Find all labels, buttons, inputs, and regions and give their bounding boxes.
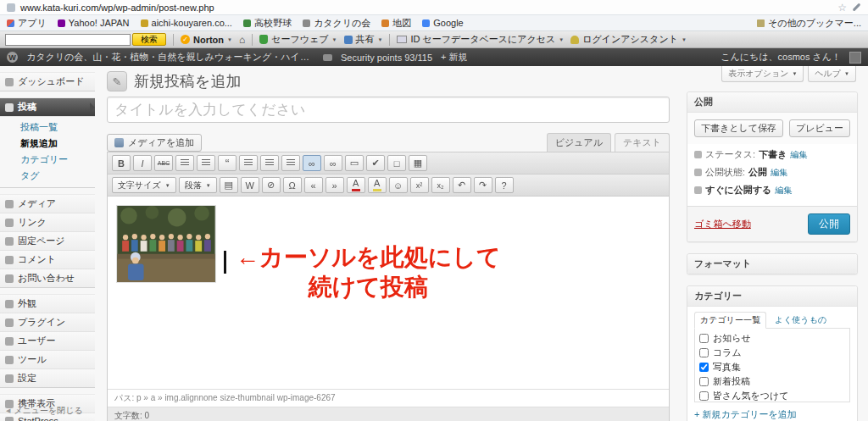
- tab-all-categories[interactable]: カテゴリー一覧: [694, 312, 766, 329]
- sidebar-item-posts[interactable]: 投稿: [0, 98, 95, 117]
- norton-menu[interactable]: ✓Norton▼: [181, 35, 232, 45]
- unlink-button[interactable]: ∞: [324, 155, 342, 171]
- publish-button[interactable]: 公開: [808, 213, 850, 235]
- smiley-button[interactable]: ☺: [389, 177, 408, 193]
- wordpress-logo-icon[interactable]: W: [7, 52, 18, 63]
- toolbar-search-button[interactable]: 検索: [132, 33, 166, 46]
- paste-text-button[interactable]: ▤: [220, 177, 238, 193]
- idsafe-menu[interactable]: ID セーフデータベースにアクセス▼: [397, 33, 564, 46]
- post-thumbnail-image[interactable]: [116, 205, 216, 283]
- category-checkbox[interactable]: [699, 377, 709, 386]
- redo-button[interactable]: ↷: [474, 177, 492, 193]
- paste-word-button[interactable]: W: [241, 177, 259, 193]
- edit-visibility-link[interactable]: 編集: [771, 167, 787, 179]
- bookmark-item-map[interactable]: 地図: [381, 17, 411, 30]
- editor-content-area[interactable]: ←カーソルを此処にして 続けて投稿: [108, 197, 669, 389]
- category-row[interactable]: コラム: [699, 346, 845, 360]
- insert-link-button[interactable]: ∞: [303, 155, 321, 171]
- toolbar-search-input[interactable]: [5, 34, 131, 46]
- submenu-item-tags[interactable]: タグ: [0, 168, 95, 184]
- sidebar-item-settings[interactable]: 設定: [0, 369, 95, 387]
- collapse-menu-button[interactable]: ◀メニューを閉じる: [6, 405, 83, 417]
- category-row[interactable]: お知らせ: [699, 331, 845, 346]
- kitchen-sink-button[interactable]: ▦: [409, 155, 427, 171]
- align-right-button[interactable]: [281, 155, 300, 171]
- categories-panel-header[interactable]: カテゴリー: [687, 286, 857, 307]
- superscript-button[interactable]: x²: [410, 177, 429, 193]
- subscript-button[interactable]: x₂: [431, 177, 450, 193]
- sidebar-item-users[interactable]: ユーザー: [0, 332, 95, 351]
- share-menu[interactable]: 共有▼: [344, 33, 383, 46]
- url-text[interactable]: www.kata-kuri.com/wp/wp-admin/post-new.p…: [20, 3, 214, 13]
- font-size-select[interactable]: 文字サイズ▼: [112, 177, 176, 193]
- more-tag-button[interactable]: ▭: [345, 155, 364, 171]
- preview-button[interactable]: プレビュー: [789, 119, 850, 137]
- align-center-button[interactable]: [260, 155, 279, 171]
- login-assistant-menu[interactable]: ログインアシスタント▼: [570, 33, 687, 46]
- numbered-list-button[interactable]: [197, 155, 215, 171]
- other-bookmarks-folder[interactable]: その他のブックマー...: [757, 17, 861, 30]
- bullet-list-button[interactable]: [175, 155, 194, 171]
- user-greeting[interactable]: こんにちは、cosmos さん！: [721, 51, 841, 64]
- sidebar-item-comments[interactable]: コメント: [0, 251, 95, 269]
- sidebar-item-plugins[interactable]: プラグイン: [0, 313, 95, 332]
- format-panel-header[interactable]: フォーマット: [687, 254, 857, 274]
- spellcheck-button[interactable]: ✔: [366, 155, 385, 171]
- undo-button[interactable]: ↶: [453, 177, 471, 193]
- blockquote-button[interactable]: “: [218, 155, 236, 171]
- category-row[interactable]: 写真集: [699, 360, 845, 374]
- sidebar-item-pages[interactable]: 固定ページ: [0, 232, 95, 251]
- sidebar-item-tools[interactable]: ツール: [0, 351, 95, 369]
- tab-visual[interactable]: ビジュアル: [547, 133, 611, 152]
- safeweb-menu[interactable]: セーフウェブ▼: [259, 33, 337, 46]
- bookmark-item-baseball[interactable]: 高校野球: [243, 17, 292, 30]
- help-button-editor[interactable]: ?: [495, 177, 514, 193]
- sidebar-item-links[interactable]: リンク: [0, 213, 95, 232]
- italic-button[interactable]: I: [133, 155, 152, 171]
- sidebar-item-contact[interactable]: お問い合わせ: [0, 269, 95, 287]
- help-button[interactable]: ヘルプ▼: [808, 66, 856, 82]
- align-left-button[interactable]: [239, 155, 258, 171]
- bookmark-item-katakuri[interactable]: カタクリの会: [303, 17, 370, 30]
- category-checkbox[interactable]: [699, 348, 709, 357]
- sidebar-item-dashboard[interactable]: ダッシュボード: [0, 73, 95, 91]
- bookmark-item-aichi[interactable]: aichi-kouyaren.co...: [141, 18, 232, 28]
- sidebar-item-appearance[interactable]: 外観: [0, 295, 95, 313]
- bookmark-item-apps[interactable]: アプリ: [7, 17, 47, 30]
- category-checkbox[interactable]: [699, 391, 709, 401]
- bookmark-item-google[interactable]: Google: [422, 18, 463, 28]
- browser-menu-wrench-icon[interactable]: [853, 3, 861, 12]
- bookmark-item-yahoo[interactable]: Yahoo! JAPAN: [58, 18, 130, 28]
- highlight-color-button[interactable]: A: [368, 177, 387, 193]
- fullscreen-button[interactable]: □: [387, 155, 406, 171]
- submenu-item-categories[interactable]: カテゴリー: [0, 152, 95, 168]
- user-avatar[interactable]: [849, 52, 861, 64]
- category-row[interactable]: 新着投稿: [699, 374, 845, 389]
- bold-button[interactable]: B: [112, 155, 131, 171]
- tab-most-used[interactable]: よく使うもの: [773, 313, 828, 328]
- post-title-input[interactable]: [107, 97, 670, 123]
- move-to-trash-link[interactable]: ゴミ箱へ移動: [694, 218, 751, 230]
- submenu-item-all-posts[interactable]: 投稿一覧: [0, 119, 95, 136]
- edit-status-link[interactable]: 編集: [790, 149, 807, 161]
- indent-button[interactable]: »: [326, 177, 344, 193]
- bookmark-star-icon[interactable]: ☆: [837, 3, 847, 13]
- screen-options-button[interactable]: 表示オプション▼: [721, 66, 804, 82]
- save-draft-button[interactable]: 下書きとして保存: [694, 119, 783, 137]
- category-checkbox[interactable]: [699, 363, 709, 372]
- category-checkbox[interactable]: [699, 334, 709, 343]
- add-category-link[interactable]: + 新規カテゴリーを追加: [687, 402, 857, 421]
- remove-format-button[interactable]: ⊘: [262, 177, 281, 193]
- add-media-button[interactable]: メディアを追加: [107, 134, 202, 152]
- publish-panel-header[interactable]: 公開: [687, 92, 857, 113]
- home-button[interactable]: ⌂: [239, 35, 245, 45]
- site-title-link[interactable]: カタクリの会、山・花・植物・自然を親しみウォーキング・ハイキング・トレッキング…: [26, 51, 314, 64]
- text-color-button[interactable]: A: [347, 177, 365, 193]
- tab-text[interactable]: テキスト: [615, 133, 670, 152]
- paragraph-format-select[interactable]: 段落▼: [179, 177, 217, 193]
- submenu-item-add-new[interactable]: 新規追加: [0, 136, 95, 152]
- security-points-link[interactable]: Security points 93/115: [341, 53, 432, 63]
- outdent-button[interactable]: «: [304, 177, 323, 193]
- strikethrough-button[interactable]: ABC: [154, 155, 173, 171]
- category-row[interactable]: 皆さん気をつけて: [699, 389, 845, 402]
